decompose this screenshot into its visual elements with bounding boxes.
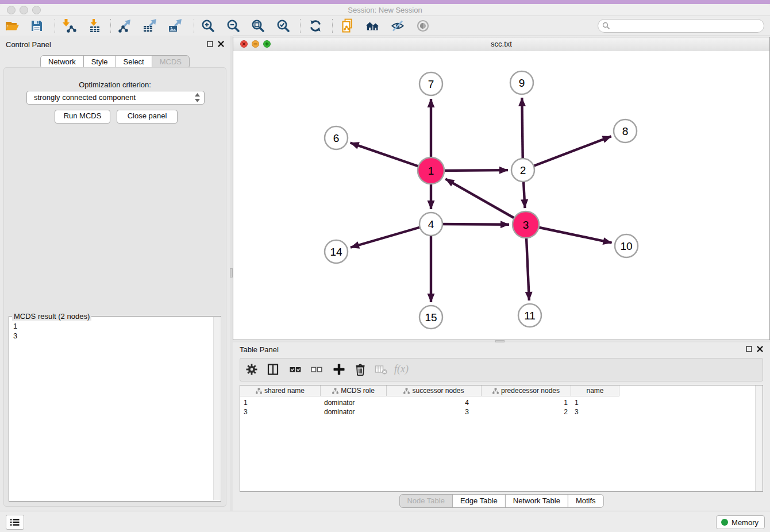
control-panel: Control Panel Network Style Select MCDS … [0,36,230,511]
node-6[interactable]: 6 [325,126,348,149]
tab-motifs[interactable]: Motifs [568,494,604,508]
deselect-all-icon[interactable] [310,363,324,376]
export-table-icon[interactable] [143,18,157,33]
table-row[interactable]: 1 dominator 4 1 1 [240,398,619,407]
table-row[interactable]: 3 dominator 3 2 3 [240,407,619,417]
mcds-result-box: MCDS result (2 nodes) 1 3 [9,316,221,502]
select-stepper-icon [194,92,201,103]
tab-network-table[interactable]: Network Table [505,494,568,508]
hide-selected-icon[interactable] [390,18,405,33]
svg-text:15: 15 [425,311,437,323]
network-graph[interactable]: 7968124314101511 [233,51,769,340]
search-input[interactable] [613,20,759,32]
export-network-icon[interactable] [118,18,133,33]
status-bar: Memory [0,511,770,532]
mcds-result-lines: 1 3 [13,321,17,341]
toolbar-separator [194,19,194,33]
zoom-out-icon[interactable] [226,18,241,33]
column-header-name[interactable]: name [571,385,619,396]
cytoscape-app: Session: New Session [0,0,770,532]
tab-edge-table[interactable]: Edge Table [452,494,506,508]
cell-mcds-role: dominator [321,407,387,417]
toolbar-separator [300,19,301,33]
app-titlebar: Session: New Session [0,4,770,16]
close-panel-icon[interactable] [757,346,763,352]
gear-icon[interactable] [245,363,259,376]
column-selector-icon[interactable] [266,363,280,376]
optimization-criterion-label: Optimization criterion: [4,80,226,89]
delete-table-disabled-icon [374,363,388,376]
edge-4-14[interactable] [351,224,431,248]
optimization-criterion-select[interactable]: strongly connected component [26,91,205,105]
svg-text:11: 11 [524,310,536,322]
new-network-file-icon[interactable] [340,18,355,33]
list-icon [6,515,24,529]
mcds-result-title: MCDS result (2 nodes) [12,312,91,321]
search-box[interactable] [598,19,764,33]
memory-button[interactable]: Memory [716,515,765,529]
select-all-icon[interactable] [288,363,302,376]
network-file-title: scc.txt [233,40,769,48]
svg-text:1: 1 [428,165,434,177]
node-10[interactable]: 10 [615,234,638,257]
node-table: shared name MCDS role successor nodes pr… [240,385,763,492]
edge-2-8[interactable] [523,136,611,170]
show-all-icon[interactable] [415,18,430,33]
svg-text:2: 2 [520,164,526,176]
node-8[interactable]: 8 [614,119,637,142]
search-icon [602,22,610,30]
node-14[interactable]: 14 [325,240,348,263]
table-header: shared name MCDS role successor nodes pr… [240,385,619,396]
node-11[interactable]: 11 [518,304,541,327]
import-network-icon[interactable] [61,18,76,33]
function-builder-icon: f(x) [394,363,409,375]
column-header-shared-name[interactable]: shared name [240,385,321,396]
mcds-tab-content: Optimization criterion: strongly connect… [3,67,226,507]
svg-text:7: 7 [428,78,434,90]
delete-column-icon[interactable] [353,363,367,376]
svg-text:6: 6 [333,132,340,144]
network-canvas[interactable]: 7968124314101511 [233,51,769,340]
first-neighbors-icon[interactable] [365,18,380,33]
svg-text:4: 4 [428,218,434,230]
refresh-layout-icon[interactable] [308,18,323,33]
column-header-mcds-role[interactable]: MCDS role [321,385,387,396]
cell-successor-nodes: 4 [387,398,482,407]
float-panel-icon[interactable] [746,346,752,352]
table-scrollbar[interactable] [755,385,763,491]
cell-predecessor-nodes: 1 [482,398,571,407]
svg-text:8: 8 [622,125,629,137]
memory-status-dot [721,519,728,526]
zoom-fit-icon[interactable] [251,18,265,33]
node-15[interactable]: 15 [419,306,442,329]
task-history-button[interactable] [6,515,24,530]
result-scrollbar[interactable] [213,317,220,500]
float-panel-icon[interactable] [207,41,213,47]
save-session-icon[interactable] [29,18,44,33]
cell-successor-nodes: 3 [387,407,482,417]
open-file-icon[interactable] [5,18,20,33]
column-header-successor-nodes[interactable]: successor nodes [387,385,482,396]
add-column-icon[interactable] [332,363,346,376]
export-image-icon[interactable] [168,18,183,33]
network-window-titlebar[interactable]: scc.txt [233,37,769,52]
close-panel-button[interactable]: Close panel [117,110,178,124]
node-7[interactable]: 7 [419,72,442,95]
toolbar-separator [55,19,55,33]
tree-icon [256,388,262,394]
close-panel-icon[interactable] [218,41,224,47]
node-3[interactable]: 3 [513,211,539,238]
svg-text:9: 9 [519,77,525,89]
zoom-in-icon[interactable] [201,18,215,33]
control-panel-title: Control Panel [6,40,51,49]
zoom-selected-icon[interactable] [276,18,291,33]
node-2[interactable]: 2 [511,159,534,182]
session-title: Session: New Session [0,6,770,14]
node-4[interactable]: 4 [419,213,442,236]
column-header-predecessor-nodes[interactable]: predecessor nodes [482,385,571,396]
run-mcds-button[interactable]: Run MCDS [55,110,110,124]
import-table-icon[interactable] [87,18,102,33]
node-9[interactable]: 9 [510,71,533,94]
node-1[interactable]: 1 [418,157,444,184]
tab-node-table[interactable]: Node Table [399,494,453,508]
